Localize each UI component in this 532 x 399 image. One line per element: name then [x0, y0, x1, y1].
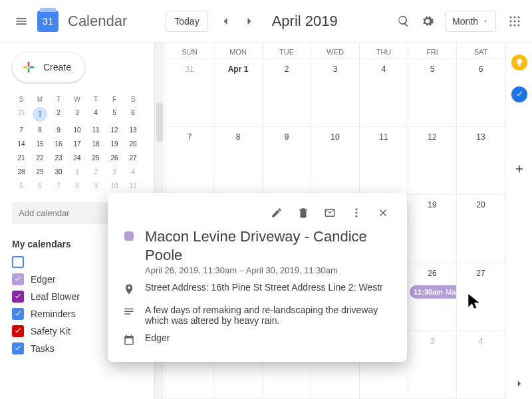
- tasks-icon[interactable]: [511, 86, 527, 102]
- mini-day[interactable]: 16: [49, 137, 68, 151]
- settings-gear-icon[interactable]: [416, 9, 440, 33]
- event-popup: Macon Levine Driveway - Candice Poole Ap…: [108, 193, 407, 362]
- day-cell[interactable]: 3: [311, 59, 360, 126]
- mini-day[interactable]: 13: [124, 123, 142, 137]
- checkbox-icon[interactable]: [12, 342, 24, 354]
- mini-day[interactable]: 2: [49, 106, 68, 123]
- mini-day[interactable]: 29: [31, 165, 49, 179]
- mini-day[interactable]: 15: [31, 137, 49, 151]
- mini-day[interactable]: 21: [12, 151, 31, 165]
- day-cell[interactable]: 8: [214, 127, 263, 194]
- mini-day[interactable]: 30: [49, 165, 68, 179]
- mini-day[interactable]: 22: [31, 151, 49, 165]
- day-cell[interactable]: 9: [263, 127, 311, 194]
- mini-day[interactable]: 20: [124, 137, 142, 151]
- mini-day[interactable]: 7: [49, 179, 68, 193]
- add-addon-icon[interactable]: [511, 161, 527, 177]
- menu-icon[interactable]: [8, 8, 35, 35]
- mini-day[interactable]: 11: [124, 179, 142, 193]
- svg-point-11: [356, 215, 358, 217]
- mini-day[interactable]: 9: [49, 123, 68, 137]
- calendar-label: Tasks: [31, 343, 55, 354]
- mini-day[interactable]: 10: [105, 179, 124, 193]
- next-month-icon[interactable]: [237, 9, 261, 33]
- view-select[interactable]: Month: [445, 11, 496, 32]
- day-cell[interactable]: Apr 1: [214, 59, 263, 126]
- mini-day[interactable]: 3: [105, 165, 124, 179]
- mini-day[interactable]: 4: [124, 165, 142, 179]
- mini-day[interactable]: 6: [124, 106, 142, 123]
- checkbox-icon[interactable]: [12, 291, 24, 303]
- day-cell[interactable]: 20: [457, 195, 505, 262]
- mini-day[interactable]: 17: [68, 137, 86, 151]
- event-calendar-name: Edger: [145, 332, 395, 348]
- mini-day[interactable]: 14: [12, 137, 31, 151]
- day-cell[interactable]: 12: [408, 127, 457, 194]
- mini-day[interactable]: 23: [49, 151, 68, 165]
- mini-day[interactable]: 31: [12, 106, 31, 123]
- mini-day[interactable]: 2: [86, 165, 105, 179]
- mini-day[interactable]: 24: [68, 151, 86, 165]
- day-cell[interactable]: 6: [457, 59, 505, 126]
- mini-day[interactable]: 28: [12, 165, 31, 179]
- event-description: A few days of remaking and re-landscapin…: [145, 305, 395, 326]
- edit-event-icon[interactable]: [265, 201, 289, 225]
- checkbox-icon[interactable]: [12, 325, 24, 337]
- mini-day[interactable]: 19: [105, 137, 124, 151]
- mini-day[interactable]: 4: [86, 106, 105, 123]
- options-icon[interactable]: [344, 201, 368, 225]
- prev-month-icon[interactable]: [213, 9, 237, 33]
- day-cell[interactable]: 4: [360, 59, 408, 126]
- svg-point-0: [510, 16, 512, 18]
- event-time-range: April 26, 2019, 11:30am – April 30, 2019…: [145, 265, 395, 275]
- mini-day[interactable]: 10: [68, 123, 86, 137]
- mini-day[interactable]: 6: [31, 179, 49, 193]
- mini-dow: S: [124, 93, 142, 106]
- checkbox-icon[interactable]: [12, 308, 24, 320]
- mini-day[interactable]: 8: [31, 123, 49, 137]
- mini-dow: W: [68, 93, 86, 106]
- mini-day[interactable]: 9: [86, 179, 105, 193]
- day-cell[interactable]: 10: [311, 127, 360, 194]
- mini-day[interactable]: 27: [124, 151, 142, 165]
- day-cell[interactable]: 13: [457, 127, 505, 194]
- day-cell[interactable]: 27: [457, 263, 505, 331]
- day-cell[interactable]: 31: [166, 59, 214, 126]
- mini-day[interactable]: 12: [105, 123, 124, 137]
- day-cell[interactable]: 7: [166, 127, 214, 194]
- email-guests-icon[interactable]: [318, 201, 342, 225]
- mini-day[interactable]: 26: [105, 151, 124, 165]
- day-cell[interactable]: 4: [457, 331, 505, 398]
- keep-icon[interactable]: [511, 55, 527, 70]
- day-cell[interactable]: 19: [408, 195, 457, 262]
- day-cell[interactable]: 2611:30amMacon Levine: [408, 263, 457, 331]
- svg-point-5: [518, 20, 520, 22]
- checkbox-icon[interactable]: [12, 256, 24, 268]
- delete-event-icon[interactable]: [291, 201, 315, 225]
- day-cell[interactable]: 3: [408, 331, 457, 398]
- current-month-title: April 2019: [272, 13, 392, 30]
- collapse-panel-icon[interactable]: [513, 378, 525, 392]
- mini-day[interactable]: 1: [33, 107, 47, 122]
- search-icon[interactable]: [392, 9, 416, 33]
- mini-day[interactable]: 3: [68, 106, 86, 123]
- mini-day[interactable]: 11: [86, 123, 105, 137]
- today-button[interactable]: Today: [166, 11, 207, 32]
- weekday-header: THU: [360, 43, 408, 59]
- checkbox-icon[interactable]: [12, 273, 24, 285]
- event-bar[interactable]: 11:30amMacon Levine: [410, 285, 456, 299]
- day-cell[interactable]: 5: [408, 59, 457, 126]
- apps-grid-icon[interactable]: [503, 9, 527, 33]
- mini-day[interactable]: 1: [68, 165, 86, 179]
- mini-day[interactable]: 5: [105, 106, 124, 123]
- mini-day[interactable]: 25: [86, 151, 105, 165]
- mini-day[interactable]: 7: [12, 123, 31, 137]
- day-cell[interactable]: 2: [263, 59, 311, 126]
- create-button[interactable]: Create: [12, 52, 85, 82]
- day-cell[interactable]: 11: [360, 127, 408, 194]
- mini-day[interactable]: 8: [68, 179, 86, 193]
- mini-day[interactable]: 18: [86, 137, 105, 151]
- mini-dow: T: [49, 93, 68, 106]
- mini-day[interactable]: 5: [12, 179, 31, 193]
- close-icon[interactable]: [371, 201, 395, 225]
